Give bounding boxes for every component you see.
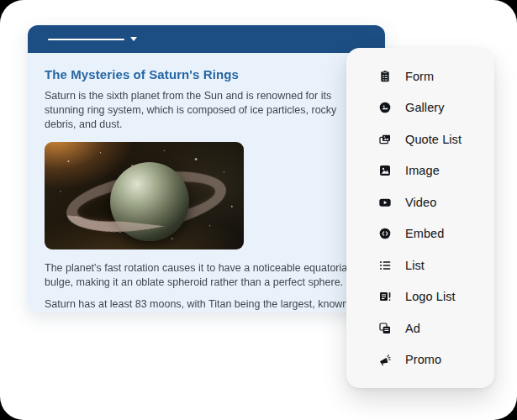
menu-item-gallery[interactable]: Gallery	[346, 92, 494, 124]
menu-item-embed[interactable]: Embed	[346, 218, 494, 250]
form-icon	[378, 70, 392, 83]
list-icon	[378, 259, 392, 272]
page-surface: The Mysteries of Saturn's Rings Saturn i…	[0, 0, 517, 420]
card-body: The Mysteries of Saturn's Rings Saturn i…	[28, 53, 385, 312]
gallery-icon	[378, 101, 392, 114]
saturn-image	[45, 142, 244, 249]
menu-item-list[interactable]: List	[346, 249, 494, 281]
embed-icon	[378, 227, 392, 240]
ad-icon	[378, 322, 392, 335]
post-paragraph: Saturn has at least 83 moons, with Titan…	[45, 297, 365, 312]
post-card: The Mysteries of Saturn's Rings Saturn i…	[28, 25, 385, 312]
image-icon	[378, 164, 392, 177]
menu-item-image[interactable]: Image	[346, 155, 494, 187]
menu-item-ad[interactable]: Ad	[346, 312, 494, 344]
post-paragraph: The planet's fast rotation causes it to …	[45, 261, 365, 290]
menu-item-form[interactable]: Form	[346, 60, 494, 92]
menu-item-label: List	[405, 259, 425, 272]
logo-list-icon	[378, 290, 392, 303]
menu-item-quote-list[interactable]: Quote List	[346, 123, 494, 155]
quote-list-icon	[378, 133, 392, 146]
menu-item-label: Form	[405, 70, 434, 83]
menu-item-label: Quote List	[405, 133, 462, 146]
card-header-dropdown[interactable]	[28, 25, 385, 53]
post-title: The Mysteries of Saturn's Rings	[45, 67, 365, 81]
menu-item-logo-list[interactable]: Logo List	[346, 281, 494, 313]
screenshot-stage: The Mysteries of Saturn's Rings Saturn i…	[0, 0, 517, 420]
menu-item-label: Logo List	[405, 290, 456, 303]
menu-item-label: Promo	[405, 353, 441, 366]
menu-item-label: Image	[405, 164, 440, 177]
menu-item-video[interactable]: Video	[346, 186, 494, 218]
menu-item-promo[interactable]: Promo	[346, 344, 494, 376]
menu-item-label: Gallery	[405, 101, 445, 114]
block-type-menu: Form Gallery Quote List Image	[346, 48, 494, 388]
menu-item-label: Ad	[405, 322, 420, 335]
post-paragraph: Saturn is the sixth planet from the Sun …	[45, 89, 365, 132]
header-placeholder-line	[48, 39, 124, 40]
menu-item-label: Embed	[405, 227, 444, 240]
video-icon	[378, 196, 392, 209]
promo-icon	[378, 353, 392, 366]
menu-item-label: Video	[405, 196, 436, 209]
chevron-down-icon	[130, 37, 137, 41]
